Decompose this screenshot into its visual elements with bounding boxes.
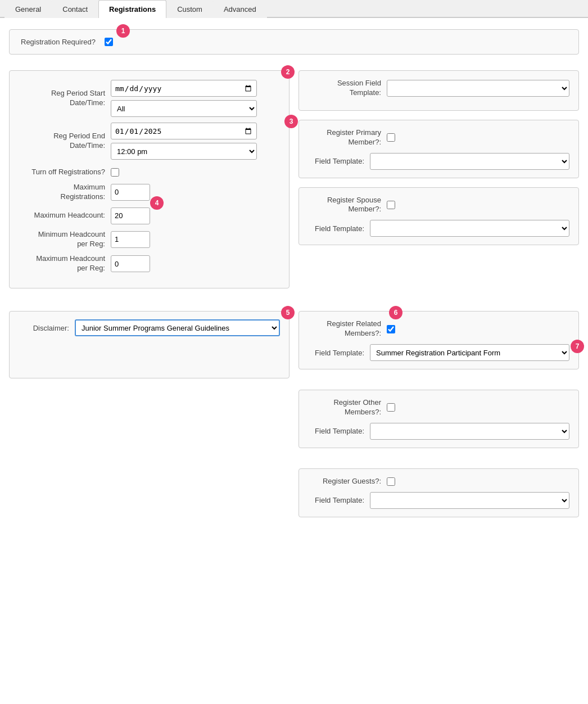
session-field-template-select[interactable] — [387, 80, 569, 97]
left-fields-card: 2 Reg Period StartDate/Time: All 3 Re — [9, 70, 290, 288]
register-other-members-checkbox[interactable] — [387, 403, 395, 412]
bottom-section: 5 Disclaimer: Junior Summer Programs Gen… — [9, 311, 579, 378]
badge-2: 2 — [281, 65, 295, 79]
badge-7: 7 — [571, 340, 584, 353]
register-guests-box: Register Guests?: Field Template: — [298, 468, 579, 517]
max-registrations-label: MaximumRegistrations: — [21, 183, 111, 202]
other-field-template-label: Field Template: — [308, 427, 370, 435]
tab-general[interactable]: General — [4, 0, 52, 18]
reg-period-end-time[interactable]: 12:00 pm — [111, 143, 257, 160]
register-other-members-box: Register OtherMembers?: Field Template: — [298, 390, 579, 448]
max-headcount-row: Maximum Headcount: — [21, 207, 278, 224]
other-field-template-select[interactable] — [370, 423, 569, 440]
turn-off-registrations-row: Turn off Registrations? — [21, 168, 278, 177]
register-spouse-member-row: Register SpouseMember?: — [308, 196, 569, 215]
register-other-members-label: Register OtherMembers?: — [308, 398, 387, 417]
register-primary-member-box: Register PrimaryMember?: Field Template: — [298, 120, 579, 178]
min-headcount-per-reg-row: Minimum Headcountper Reg: — [21, 230, 278, 249]
max-headcount-input[interactable] — [111, 207, 150, 224]
register-primary-member-checkbox[interactable] — [387, 133, 395, 142]
primary-field-template-label: Field Template: — [308, 157, 370, 165]
reg-period-start-fields: All — [111, 80, 257, 117]
max-headcount-per-reg-label: Maximum Headcountper Reg: — [21, 254, 111, 273]
reg-period-end-date[interactable] — [111, 123, 257, 139]
register-spouse-member-checkbox[interactable] — [387, 201, 395, 209]
right-column: Session FieldTemplate: Register PrimaryM… — [298, 70, 579, 300]
guests-spacer — [9, 468, 290, 526]
min-headcount-per-reg-input[interactable] — [111, 231, 150, 248]
spouse-field-template-row: Field Template: — [308, 220, 569, 237]
tab-contact[interactable]: Contact — [52, 0, 98, 18]
max-registrations-input[interactable] — [111, 184, 150, 201]
other-field-template-row: Field Template: — [308, 423, 569, 440]
spouse-field-template-select[interactable] — [370, 220, 569, 237]
register-spouse-member-label: Register SpouseMember?: — [308, 196, 387, 215]
guests-row: Register Guests?: Field Template: — [9, 468, 579, 526]
reg-period-end-row: 3 Reg Period EndDate/Time: 12:00 pm — [21, 123, 278, 160]
related-field-template-select[interactable]: Summer Registration Participant Form — [370, 344, 569, 361]
registration-required-label: Registration Required? — [21, 38, 96, 46]
registration-required-card: Registration Required? 1 — [9, 29, 579, 55]
other-members-spacer — [9, 390, 290, 457]
session-field-template-row: Session FieldTemplate: — [308, 79, 569, 98]
guests-field-template-row: Field Template: — [308, 492, 569, 509]
session-field-template-label: Session FieldTemplate: — [308, 79, 387, 98]
badge-4: 4 — [150, 196, 164, 210]
primary-field-template-select[interactable] — [370, 153, 569, 170]
disclaimer-panel: 5 Disclaimer: Junior Summer Programs Gen… — [9, 311, 290, 378]
min-headcount-per-reg-label: Minimum Headcountper Reg: — [21, 230, 111, 249]
register-related-members-checkbox[interactable] — [387, 325, 395, 333]
reg-period-start-time[interactable]: All — [111, 100, 257, 117]
tab-custom[interactable]: Custom — [166, 0, 213, 18]
related-field-template-label: Field Template: — [308, 349, 370, 357]
register-primary-member-label: Register PrimaryMember?: — [308, 128, 387, 147]
guests-field-template-label: Field Template: — [308, 496, 370, 504]
register-related-members-box: 6 7 Register RelatedMembers?: Field Temp… — [298, 311, 579, 369]
other-members-row: Register OtherMembers?: Field Template: — [9, 390, 579, 457]
disclaimer-label: Disclaimer: — [19, 324, 75, 332]
tab-bar: General Contact Registrations Custom Adv… — [0, 0, 588, 18]
register-related-members-row: Register RelatedMembers?: — [308, 319, 569, 339]
turn-off-registrations-checkbox[interactable] — [111, 168, 119, 177]
register-guests-checkbox[interactable] — [387, 477, 395, 486]
badge-6: 6 — [389, 306, 402, 319]
badge-3: 3 — [284, 115, 298, 128]
register-spouse-member-box: Register SpouseMember?: Field Template: — [298, 187, 579, 246]
related-field-template-row: Field Template: Summer Registration Part… — [308, 344, 569, 361]
register-primary-member-row: Register PrimaryMember?: — [308, 128, 569, 147]
disclaimer-row: Disclaimer: Junior Summer Programs Gener… — [19, 319, 280, 336]
max-headcount-label: Maximum Headcount: — [21, 211, 111, 220]
register-related-members-label: Register RelatedMembers?: — [308, 319, 387, 339]
reg-period-start-date[interactable] — [111, 80, 257, 97]
middle-section: 2 Reg Period StartDate/Time: All 3 Re — [9, 70, 579, 300]
reg-period-end-label: Reg Period EndDate/Time: — [21, 132, 111, 151]
disclaimer-select[interactable]: Junior Summer Programs General Guideline… — [75, 319, 280, 336]
reg-period-end-fields: 12:00 pm — [111, 123, 257, 160]
badge-5: 5 — [281, 306, 295, 319]
register-guests-row: Register Guests?: — [308, 477, 569, 486]
session-field-template-box: Session FieldTemplate: — [298, 70, 579, 111]
register-guests-label: Register Guests?: — [308, 477, 387, 486]
spouse-field-template-label: Field Template: — [308, 224, 370, 233]
tab-advanced[interactable]: Advanced — [213, 0, 267, 18]
max-headcount-per-reg-input[interactable] — [111, 255, 150, 272]
max-headcount-per-reg-row: Maximum Headcountper Reg: — [21, 254, 278, 273]
reg-period-start-row: Reg Period StartDate/Time: All — [21, 80, 278, 117]
max-registrations-row: 4 MaximumRegistrations: — [21, 183, 278, 202]
register-other-members-row: Register OtherMembers?: — [308, 398, 569, 417]
reg-period-start-label: Reg Period StartDate/Time: — [21, 89, 111, 108]
guests-field-template-select[interactable] — [370, 492, 569, 509]
primary-field-template-row: Field Template: — [308, 153, 569, 170]
tab-registrations[interactable]: Registrations — [98, 0, 166, 18]
turn-off-registrations-label: Turn off Registrations? — [21, 168, 111, 177]
registration-required-checkbox[interactable] — [105, 38, 113, 46]
badge-1: 1 — [116, 24, 130, 38]
